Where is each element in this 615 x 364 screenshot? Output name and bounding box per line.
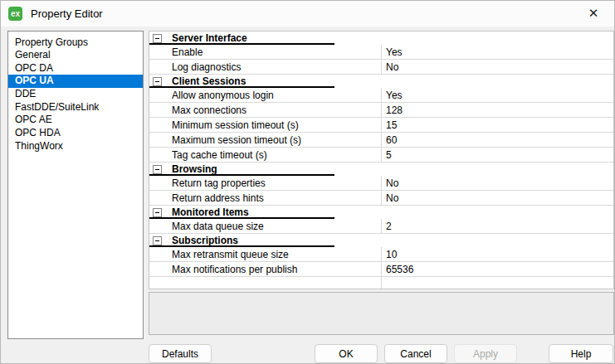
section-underline [149, 86, 334, 88]
section-underline [149, 245, 334, 247]
property-groups-label: Property Groups [8, 32, 143, 49]
property-name: Minimum session timeout (s) [149, 118, 381, 132]
property-row-max-data-queue-size: Max data queue size 2 [149, 219, 613, 234]
section-title: Browsing [172, 163, 217, 175]
property-row-max-connections: Max connections 128 [149, 103, 613, 118]
defaults-button[interactable]: Defaults [149, 344, 212, 363]
property-name: Maximum session timeout (s) [149, 133, 381, 147]
sidebar-item-general[interactable]: General [8, 49, 143, 62]
property-value[interactable]: No [381, 60, 613, 74]
property-value[interactable]: No [381, 176, 613, 190]
cancel-button[interactable]: Cancel [384, 344, 447, 363]
property-editor-dialog: ex Property Editor ✕ Property Groups Gen… [0, 0, 615, 364]
property-row-minimum-session-timeout: Minimum session timeout (s) 15 [149, 118, 613, 133]
property-row-allow-anonymous-login: Allow anonymous login Yes [149, 88, 613, 103]
property-name: Max notifications per publish [149, 262, 381, 276]
property-name-empty [149, 277, 381, 289]
sidebar-item-opc-ua[interactable]: OPC UA [8, 75, 143, 88]
section-title: Monitored Items [172, 206, 249, 218]
property-value[interactable]: Yes [381, 45, 613, 59]
titlebar: ex Property Editor ✕ [1, 1, 614, 27]
apply-button: Apply [454, 344, 517, 363]
sidebar-item-opc-ae[interactable]: OPC AE [8, 114, 143, 127]
section-title: Server Interface [172, 32, 247, 44]
section-header-subscriptions: Subscriptions [149, 234, 613, 247]
section-header-client-sessions: Client Sessions [149, 75, 613, 88]
collapse-minus-icon[interactable] [153, 77, 162, 86]
collapse-minus-icon[interactable] [153, 165, 162, 174]
property-name: Enable [149, 45, 381, 59]
property-name: Max data queue size [149, 219, 381, 233]
section-header-monitored-items: Monitored Items [149, 206, 613, 219]
description-panel [149, 292, 614, 335]
property-value-empty [381, 277, 613, 289]
property-row-return-address-hints: Return address hints No [149, 191, 613, 206]
property-row-empty [149, 277, 613, 289]
property-value[interactable]: 60 [381, 133, 613, 147]
property-value[interactable]: Yes [381, 88, 613, 102]
property-row-max-notifications-per-publish: Max notifications per publish 65536 [149, 262, 613, 277]
property-value[interactable]: 2 [381, 219, 613, 233]
property-value[interactable]: 15 [381, 118, 613, 132]
property-value[interactable]: 5 [381, 148, 613, 162]
property-name: Allow anonymous login [149, 88, 381, 102]
section-underline [149, 217, 334, 219]
property-row-tag-cache-timeout: Tag cache timeout (s) 5 [149, 148, 613, 163]
ok-button[interactable]: OK [315, 344, 378, 363]
sidebar-item-opc-hda[interactable]: OPC HDA [8, 127, 143, 140]
help-button[interactable]: Help [549, 344, 613, 363]
property-value[interactable]: 65536 [381, 262, 613, 276]
property-row-enable: Enable Yes [149, 45, 613, 60]
section-header-browsing: Browsing [149, 163, 613, 176]
section-header-server-interface: Server Interface [149, 32, 613, 45]
collapse-minus-icon[interactable] [153, 236, 162, 245]
window-title: Property Editor [31, 7, 103, 20]
property-name: Max connections [149, 103, 381, 117]
property-name: Return tag properties [149, 176, 381, 190]
section-title: Client Sessions [172, 75, 246, 87]
collapse-minus-icon[interactable] [153, 208, 162, 217]
section-underline [149, 174, 334, 176]
close-icon[interactable]: ✕ [582, 3, 605, 23]
sidebar-item-opc-da[interactable]: OPC DA [8, 62, 143, 75]
property-row-return-tag-properties: Return tag properties No [149, 176, 613, 191]
property-name: Log diagnostics [149, 60, 381, 74]
property-name: Tag cache timeout (s) [149, 148, 381, 162]
property-grid: Server Interface Enable Yes Log diagnost… [149, 31, 614, 289]
collapse-minus-icon[interactable] [153, 34, 162, 43]
property-value[interactable]: 10 [381, 247, 613, 261]
property-groups-panel: Property Groups General OPC DA OPC UA DD… [7, 31, 144, 339]
kepserverex-app-icon: ex [8, 7, 22, 21]
sidebar-item-thingworx[interactable]: ThingWorx [8, 140, 143, 153]
sidebar-item-dde[interactable]: DDE [8, 88, 143, 101]
property-row-max-retransmit-queue-size: Max retransmit queue size 10 [149, 247, 613, 262]
section-underline [149, 43, 334, 45]
property-row-log-diagnostics: Log diagnostics No [149, 60, 613, 75]
property-name: Max retransmit queue size [149, 247, 381, 261]
property-name: Return address hints [149, 191, 381, 205]
property-value[interactable]: No [381, 191, 613, 205]
app-icon-text: ex [11, 10, 20, 18]
section-title: Subscriptions [172, 235, 238, 246]
property-row-maximum-session-timeout: Maximum session timeout (s) 60 [149, 133, 613, 148]
sidebar-item-fastdde-suitelink[interactable]: FastDDE/SuiteLink [8, 101, 143, 114]
property-value[interactable]: 128 [381, 103, 613, 117]
